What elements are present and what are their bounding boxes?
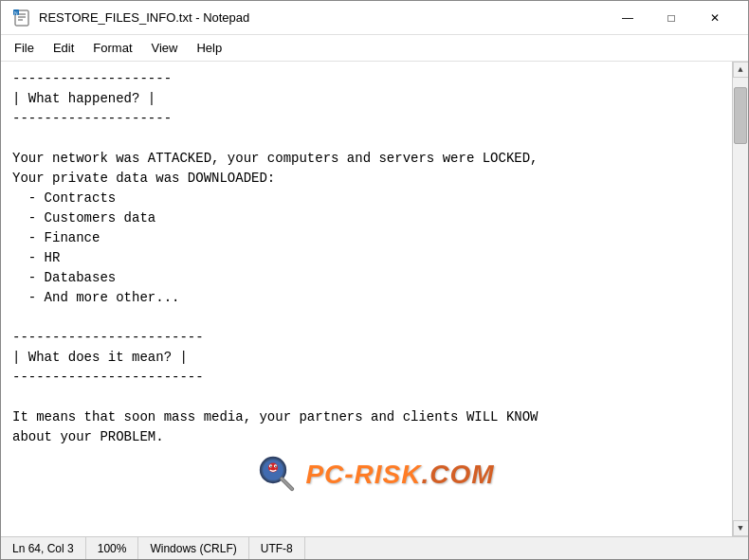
- menu-help[interactable]: Help: [187, 37, 231, 59]
- notepad-window: N RESTORE_FILES_INFO.txt - Notepad — □ ✕…: [0, 0, 749, 560]
- text-editor[interactable]: -------------------- | What happened? | …: [1, 62, 732, 536]
- status-encoding: UTF-8: [249, 537, 305, 559]
- vertical-scrollbar: ▲ ▼: [732, 62, 748, 536]
- scroll-down-button[interactable]: ▼: [733, 520, 749, 536]
- menu-format[interactable]: Format: [83, 37, 141, 59]
- window-title: RESTORE_FILES_INFO.txt - Notepad: [39, 10, 606, 25]
- status-bar: Ln 64, Col 3 100% Windows (CRLF) UTF-8: [1, 536, 748, 559]
- close-button[interactable]: ✕: [693, 3, 737, 33]
- scrollbar-thumb[interactable]: [734, 87, 747, 144]
- status-zoom: 100%: [86, 537, 139, 559]
- app-icon: N: [12, 9, 31, 27]
- menu-view[interactable]: View: [142, 37, 188, 59]
- title-bar: N RESTORE_FILES_INFO.txt - Notepad — □ ✕: [1, 1, 748, 35]
- status-line-ending: Windows (CRLF): [138, 537, 248, 559]
- scroll-up-button[interactable]: ▲: [733, 62, 749, 78]
- menu-bar: File Edit Format View Help: [1, 35, 748, 62]
- svg-text:N: N: [14, 10, 18, 16]
- menu-file[interactable]: File: [5, 37, 44, 59]
- content-area: -------------------- | What happened? | …: [1, 62, 748, 536]
- window-controls: — □ ✕: [606, 3, 737, 33]
- scrollbar-track[interactable]: [733, 78, 748, 520]
- minimize-button[interactable]: —: [606, 3, 649, 33]
- menu-edit[interactable]: Edit: [44, 37, 83, 59]
- maximize-button[interactable]: □: [649, 3, 693, 33]
- status-line-col: Ln 64, Col 3: [9, 537, 86, 559]
